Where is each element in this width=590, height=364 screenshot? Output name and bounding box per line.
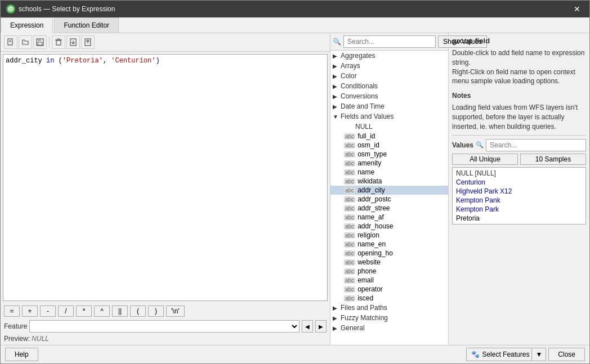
tree-arrow-conditionals: ▶ xyxy=(333,83,341,89)
field-addr_postc[interactable]: abc addr_postc xyxy=(330,195,448,204)
samples-button[interactable]: 10 Samples xyxy=(520,154,586,165)
open-button[interactable] xyxy=(19,35,32,49)
field-label-amenity: amenity xyxy=(357,159,381,167)
field-website[interactable]: abc website xyxy=(330,258,448,267)
tree-arrow-aggregates: ▶ xyxy=(333,53,341,59)
field-label-osm_type: osm_type xyxy=(357,150,387,158)
tree-arrow-general: ▶ xyxy=(333,325,341,331)
value-item-centurion[interactable]: Centurion xyxy=(455,178,583,187)
tab-expression[interactable]: Expression xyxy=(1,17,53,33)
field-email[interactable]: abc email xyxy=(330,276,448,285)
search-row: 🔍 Show Values xyxy=(330,33,448,51)
svg-rect-6 xyxy=(38,39,41,41)
value-item-kempton-pank[interactable]: Kempton Pank xyxy=(455,196,583,205)
field-opening_ho[interactable]: abc opening_ho xyxy=(330,249,448,258)
op-minus[interactable]: - xyxy=(40,305,56,317)
op-mul[interactable]: * xyxy=(76,305,92,317)
close-dialog-button[interactable]: Close xyxy=(548,348,585,361)
op-pow[interactable]: ^ xyxy=(94,305,110,317)
close-window-button[interactable]: ✕ xyxy=(570,3,584,15)
field-label-addr_city: addr_city xyxy=(357,186,385,194)
title-bar: Q schools — Select by Expression ✕ xyxy=(1,1,589,17)
prev-feature-button[interactable]: ◀ xyxy=(302,320,313,332)
field-name[interactable]: abc name xyxy=(330,168,448,177)
field-name_en[interactable]: abc name_en xyxy=(330,240,448,249)
bottom-bar: Help 🐾 Select Features ▼ Close xyxy=(1,345,589,363)
tree-label-aggregates: Aggregates xyxy=(341,52,375,60)
field-label-wikidata: wikidata xyxy=(357,177,382,185)
group-field-description: Double-click to add field name to expres… xyxy=(452,48,586,86)
tree-item-aggregates[interactable]: ▶ Aggregates xyxy=(330,51,448,61)
next-feature-button[interactable]: ▶ xyxy=(315,320,327,332)
app-icon: Q xyxy=(6,5,15,14)
tree-label-conditionals: Conditionals xyxy=(341,82,378,90)
field-full_id[interactable]: abc full_id xyxy=(330,132,448,141)
field-phone[interactable]: abc phone xyxy=(330,267,448,276)
value-item-highveld[interactable]: Highveld Park X12 xyxy=(455,187,583,196)
op-lparen[interactable]: ( xyxy=(130,305,146,317)
op-newline[interactable]: '\n' xyxy=(166,305,185,317)
tree-arrow-fuzzy-matching: ▶ xyxy=(333,315,341,321)
value-item-kempton-park[interactable]: Kempton Park xyxy=(455,205,583,214)
tree-item-color[interactable]: ▶ Color xyxy=(330,71,448,81)
field-osm_id[interactable]: abc osm_id xyxy=(330,141,448,150)
tree-item-date-and-time[interactable]: ▶ Date and Time xyxy=(330,101,448,111)
delete-button[interactable] xyxy=(52,35,65,49)
search-icon: 🔍 xyxy=(333,38,341,46)
tree-label-date-and-time: Date and Time xyxy=(341,102,385,110)
op-concat[interactable]: || xyxy=(112,305,128,317)
expression-editor[interactable]: addr_city in ('Pretoria', 'Centurion') xyxy=(3,54,328,301)
select-features-button[interactable]: 🐾 Select Features ▼ xyxy=(466,348,546,361)
tree-item-fields-and-values[interactable]: ▼ Fields and Values xyxy=(330,111,448,122)
tree-item-files-and-paths[interactable]: ▶ Files and Paths xyxy=(330,303,448,313)
select-features-dropdown-arrow[interactable]: ▼ xyxy=(531,348,546,361)
function-search-input[interactable] xyxy=(343,35,436,48)
tree-item-arrays[interactable]: ▶ Arrays xyxy=(330,61,448,71)
op-rparen[interactable]: ) xyxy=(148,305,164,317)
tree-label-conversions: Conversions xyxy=(341,92,378,100)
feature-select[interactable] xyxy=(29,320,300,332)
help-button[interactable]: Help xyxy=(5,348,38,361)
tree-label-files-and-paths: Files and Paths xyxy=(341,304,387,312)
tree-item-conversions[interactable]: ▶ Conversions xyxy=(330,91,448,101)
field-religion[interactable]: abc religion xyxy=(330,231,448,240)
tree-item-conditionals[interactable]: ▶ Conditionals xyxy=(330,81,448,91)
op-plus[interactable]: + xyxy=(22,305,38,317)
field-isced[interactable]: abc isced xyxy=(330,294,448,303)
tree-label-fields-and-values: Fields and Values xyxy=(341,113,394,120)
field-amenity[interactable]: abc amenity xyxy=(330,159,448,168)
tree-arrow-color: ▶ xyxy=(333,73,341,79)
tree-item-fuzzy-matching[interactable]: ▶ Fuzzy Matching xyxy=(330,313,448,323)
field-operator[interactable]: abc operator xyxy=(330,285,448,294)
values-search-icon: 🔍 xyxy=(476,141,484,149)
save-button[interactable] xyxy=(33,35,47,49)
code-content[interactable]: addr_city in ('Pretoria', 'Centurion') xyxy=(6,57,160,65)
svg-text:Q: Q xyxy=(9,7,12,12)
field-wikidata[interactable]: abc wikidata xyxy=(330,177,448,186)
import-button[interactable] xyxy=(66,35,80,49)
field-addr_stree[interactable]: abc addr_stree xyxy=(330,204,448,213)
group-field-title: group field xyxy=(452,37,586,45)
op-equals[interactable]: = xyxy=(4,305,20,317)
tree-label-general: General xyxy=(341,324,365,332)
op-div[interactable]: / xyxy=(58,305,74,317)
field-label-operator: operator xyxy=(357,285,383,293)
new-button[interactable] xyxy=(4,35,17,49)
value-item-null[interactable]: NULL [NULL] xyxy=(455,169,583,178)
all-unique-button[interactable]: All Unique xyxy=(452,154,518,165)
tree-item-general[interactable]: ▶ General xyxy=(330,323,448,333)
field-addr_house[interactable]: abc addr_house xyxy=(330,222,448,231)
values-header: Values 🔍 xyxy=(452,139,586,151)
export-button[interactable] xyxy=(81,35,95,49)
tree-arrow-arrays: ▶ xyxy=(333,63,341,69)
tab-bar: Expression Function Editor xyxy=(1,17,589,33)
tree-label-arrays: Arrays xyxy=(341,62,360,70)
field-name_af[interactable]: abc name_af xyxy=(330,213,448,222)
values-search-input[interactable] xyxy=(486,139,586,151)
tree-arrow-conversions: ▶ xyxy=(333,93,341,100)
field-null[interactable]: NULL xyxy=(330,122,448,132)
field-addr_city[interactable]: abc addr_city xyxy=(330,186,448,195)
tab-function-editor[interactable]: Function Editor xyxy=(54,17,119,33)
value-item-pretoria[interactable]: Pretoria xyxy=(455,214,583,223)
field-osm_type[interactable]: abc osm_type xyxy=(330,150,448,159)
